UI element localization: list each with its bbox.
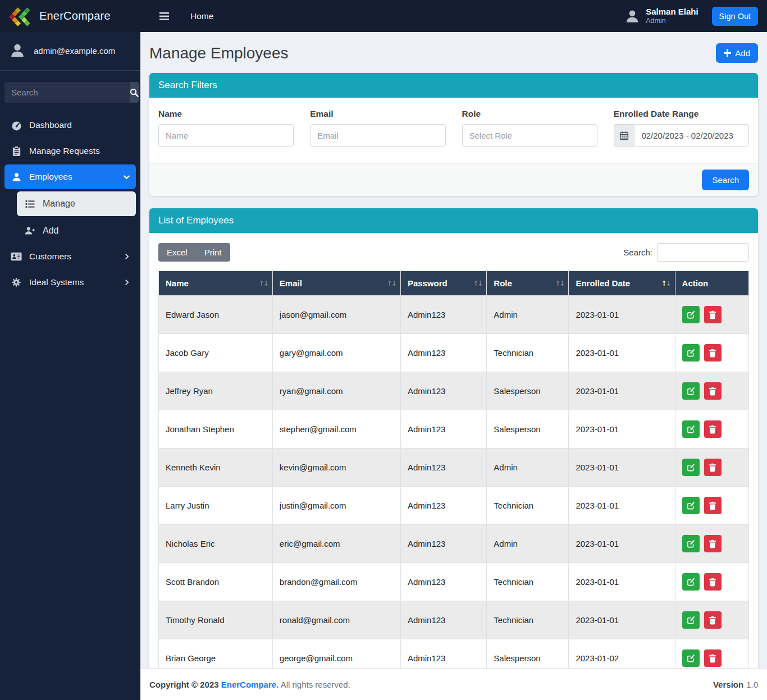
sidebar-item-manage-requests[interactable]: Manage Requests — [4, 139, 136, 163]
edit-employee-button[interactable] — [682, 573, 700, 591]
sidebar-item-employees[interactable]: Employees — [4, 164, 136, 189]
column-header-action: Action — [675, 271, 748, 296]
sidebar-item-ideal-systems[interactable]: Ideal Systems — [4, 270, 136, 295]
main-column: Home Salman Elahi Admin Sign Out Manage … — [140, 0, 767, 700]
excel-export-button[interactable]: Excel — [158, 243, 196, 262]
sign-out-button[interactable]: Sign Out — [712, 7, 758, 26]
cell-email: kevin@gmail.com — [272, 449, 400, 487]
cell-name: Edward Jason — [159, 296, 273, 334]
delete-employee-button[interactable] — [704, 344, 722, 362]
page-footer: Copyright © 2023 EnerCompare. All rights… — [140, 668, 767, 700]
employee-table-head: Name↑↓Email↑↓Password↑↓Role↑↓Enrolled Da… — [159, 271, 749, 296]
column-header-email[interactable]: Email↑↓ — [272, 271, 400, 296]
edit-employee-button[interactable] — [682, 535, 700, 552]
delete-employee-button[interactable] — [704, 459, 722, 476]
edit-employee-button[interactable] — [682, 459, 700, 476]
cell-action — [675, 601, 748, 639]
sort-arrows-icon: ↑↓ — [473, 280, 482, 287]
sidebar-subitem-manage[interactable]: Manage — [17, 191, 136, 216]
delete-employee-button[interactable] — [704, 573, 722, 591]
cell-email: eric@gmail.com — [272, 525, 400, 563]
hamburger-icon[interactable] — [159, 12, 169, 20]
cell-password: Admin123 — [400, 410, 486, 449]
email-filter-input[interactable] — [310, 124, 445, 147]
sidebar-item-dashboard[interactable]: Dashboard — [4, 113, 136, 138]
cell-name: Jeffrey Ryan — [159, 372, 273, 410]
column-header-password[interactable]: Password↑↓ — [400, 271, 486, 296]
user-avatar-icon — [624, 8, 640, 24]
table-search-label: Search: — [623, 248, 652, 257]
employee-table: Name↑↓Email↑↓Password↑↓Role↑↓Enrolled Da… — [158, 271, 749, 668]
edit-employee-button[interactable] — [682, 649, 700, 667]
content-area: Manage Employees Add Search Filters Name — [140, 32, 767, 668]
role-select-input[interactable] — [462, 124, 597, 147]
employee-list-card: List of Employees Excel Print Search: — [149, 208, 758, 668]
cell-action — [675, 372, 748, 410]
delete-employee-button[interactable] — [704, 306, 722, 323]
trash-icon — [709, 539, 716, 548]
cell-role: Salesperson — [487, 410, 569, 449]
nav-link-home[interactable]: Home — [190, 11, 213, 21]
cell-action — [675, 296, 748, 334]
gear-icon — [10, 277, 22, 287]
cell-action — [675, 563, 748, 601]
brand[interactable]: EnerCompare — [0, 0, 140, 32]
employee-row: Scott Brandonbrandon@gmail.comAdmin123Te… — [159, 563, 749, 601]
add-employee-button[interactable]: Add — [716, 43, 758, 63]
cell-enrolled-date: 2023-01-01 — [569, 487, 675, 525]
delete-employee-button[interactable] — [704, 649, 722, 667]
sidebar-search — [4, 82, 136, 103]
clipboard-icon — [10, 146, 22, 157]
user-avatar-icon — [9, 42, 26, 59]
cell-action — [675, 410, 748, 449]
column-header-role[interactable]: Role↑↓ — [487, 271, 569, 296]
sidebar-item-label: Ideal Systems — [29, 277, 84, 287]
cell-email: george@gmail.com — [272, 639, 400, 669]
column-header-name[interactable]: Name↑↓ — [159, 271, 273, 296]
filter-field-date-range: Enrolled Date Range — [614, 109, 749, 147]
calendar-icon — [614, 124, 634, 147]
cell-email: brandon@gmail.com — [272, 563, 400, 601]
edit-employee-button[interactable] — [682, 420, 700, 438]
footer-brand-link[interactable]: EnerCompare. — [221, 680, 279, 689]
column-header-enrolled-date[interactable]: Enrolled Date↑↓ — [569, 271, 675, 296]
role-label: Role — [462, 109, 597, 119]
employee-table-body: Edward Jasonjason@gmail.comAdmin123Admin… — [159, 296, 749, 669]
navbar-user-name: Salman Elahi — [646, 7, 698, 17]
filters-search-button[interactable]: Search — [702, 170, 749, 190]
edit-employee-button[interactable] — [682, 306, 700, 323]
version-value: 1.0 — [746, 680, 758, 689]
cell-name: Timothy Ronald — [159, 601, 273, 639]
sidebar-search-input[interactable] — [4, 82, 130, 103]
chevron-right-icon — [124, 253, 130, 260]
cell-role: Technician — [487, 487, 569, 525]
cell-role: Admin — [487, 296, 569, 334]
filter-field-role: Role — [462, 109, 597, 147]
cell-email: justin@gmail.com — [272, 487, 400, 525]
delete-employee-button[interactable] — [704, 611, 722, 629]
edit-employee-button[interactable] — [682, 382, 700, 400]
sidebar-item-customers[interactable]: Customers — [4, 244, 136, 269]
cell-password: Admin123 — [400, 601, 486, 639]
delete-employee-button[interactable] — [704, 535, 722, 552]
edit-employee-button[interactable] — [682, 611, 700, 629]
delete-employee-button[interactable] — [704, 420, 722, 438]
edit-employee-button[interactable] — [682, 344, 700, 362]
sidebar-search-button[interactable] — [130, 82, 139, 103]
name-filter-input[interactable] — [158, 124, 294, 147]
sidebar-subitem-add[interactable]: Add — [17, 218, 136, 243]
cell-email: gary@gmail.com — [272, 334, 400, 372]
print-button[interactable]: Print — [196, 243, 230, 262]
cell-action — [675, 639, 748, 669]
employee-list-title: List of Employees — [149, 208, 758, 233]
navbar-user[interactable]: Salman Elahi Admin — [624, 7, 698, 25]
edit-employee-button[interactable] — [682, 497, 700, 514]
search-filters-card: Search Filters Name Email Role — [149, 73, 758, 196]
date-range-input[interactable] — [634, 124, 749, 147]
table-search-input[interactable] — [657, 243, 749, 262]
delete-employee-button[interactable] — [704, 382, 722, 400]
address-card-icon — [10, 252, 22, 261]
employee-row: Kenneth Kevinkevin@gmail.comAdmin123Admi… — [159, 449, 749, 487]
delete-employee-button[interactable] — [704, 497, 722, 514]
trash-icon — [709, 578, 716, 587]
